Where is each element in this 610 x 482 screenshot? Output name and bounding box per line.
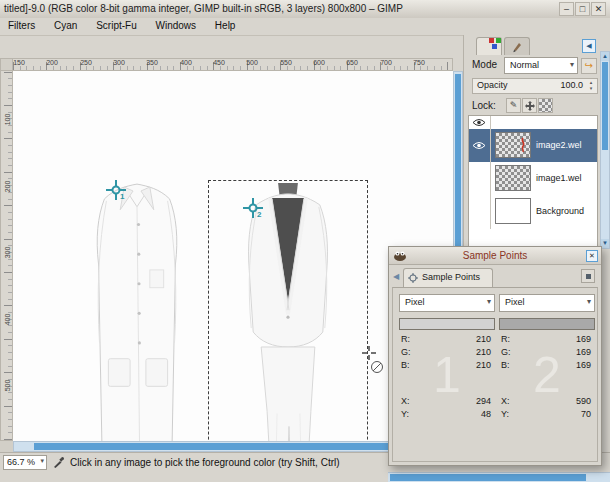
eye-icon[interactable] [472, 118, 486, 129]
dialog-tab-row: ◀ Sample Points [389, 265, 601, 287]
move-arrows-icon [525, 101, 535, 111]
image-canvas[interactable]: 1 2 [13, 71, 453, 441]
sample-point-icon [408, 273, 418, 285]
ruler-label: 650 [346, 59, 358, 66]
menu-item-cyan[interactable]: Cyan [46, 18, 85, 34]
sample-point-number: 1 [120, 192, 124, 201]
layer-row-image1[interactable]: image1.wel [469, 162, 597, 195]
paintbrush-icon [511, 44, 523, 55]
value-row-green: G:210 [401, 347, 491, 359]
ruler-label: 150 [13, 59, 25, 66]
canvas-horizontal-scrollbar[interactable] [13, 441, 453, 452]
bottom-scrollbar[interactable] [388, 472, 610, 482]
ruler-label: 300 [113, 59, 125, 66]
scroll-down-arrow[interactable]: ▼ [601, 239, 609, 248]
horizontal-ruler[interactable]: 150 200 250 300 350 400 450 500 550 600 … [13, 58, 453, 71]
menu-item-help[interactable]: Help [207, 18, 244, 34]
value-row-y: Y:70 [501, 409, 591, 421]
opacity-slider[interactable]: Opacity 100.0 ▴▾ [472, 78, 598, 94]
lock-pixels-button[interactable]: ✎ [506, 98, 521, 113]
ruler-label: 550 [280, 59, 292, 66]
ruler-label: 100 [4, 114, 11, 126]
no-pick-cursor-icon [370, 360, 384, 376]
menu-bar: Filters Cyan Script-Fu Windows Help [0, 18, 610, 36]
tab-scroll-left-button[interactable]: ◀ [582, 39, 596, 53]
close-button[interactable]: ✕ [591, 2, 606, 16]
title-bar[interactable]: titled]-9.0 (RGB color 8-bit gamma integ… [0, 0, 610, 19]
minimize-button[interactable]: – [559, 2, 574, 16]
sample-1-color-swatch [399, 318, 495, 330]
gimp-window: titled]-9.0 (RGB color 8-bit gamma integ… [0, 0, 610, 482]
ruler-label: 400 [4, 314, 11, 326]
chevron-down-icon: ▾ [487, 297, 491, 306]
maximize-button[interactable]: □ [575, 2, 590, 16]
ruler-label: 600 [313, 59, 325, 66]
layer-thumbnail [495, 198, 531, 224]
sample-2-color-swatch [499, 318, 595, 330]
suit-image [211, 183, 365, 441]
mode-value: Normal [510, 60, 539, 70]
scrollbar-thumb[interactable] [34, 443, 399, 450]
value-row-blue: B:210 [401, 360, 491, 372]
scrollbar-thumb[interactable] [602, 62, 608, 150]
layer-name: image1.wel [536, 173, 582, 183]
mode-dropdown[interactable]: Normal ▾ [504, 57, 578, 74]
layer-name: Background [536, 206, 584, 216]
scrollbar-corner [0, 441, 13, 452]
sample-point-marker-1[interactable]: 1 [105, 179, 131, 205]
value-row-green: G:169 [501, 347, 591, 359]
lock-label: Lock: [472, 100, 496, 111]
value-row-x: X:590 [501, 396, 591, 408]
bottom-strip [0, 472, 610, 482]
opacity-value: 100.0 [560, 80, 583, 90]
chevron-down-icon: ▾ [570, 60, 574, 69]
menu-item-filters[interactable]: Filters [0, 18, 43, 34]
zoom-control[interactable]: 66.7 % ▾ [3, 455, 47, 470]
tab-sample-points[interactable]: Sample Points [403, 268, 493, 287]
ruler-label: 700 [380, 59, 392, 66]
sample-point-marker-2[interactable]: 2 [242, 197, 268, 223]
lock-row: Lock: ✎ [464, 98, 600, 114]
layer-row-image2[interactable]: image2.wel [469, 129, 597, 162]
sample-point-number: 2 [257, 210, 261, 219]
value-row-y: Y:48 [401, 409, 491, 421]
dialog-content: Pixel ▾ 1 R:210 G:210 B:210 X:294 [392, 287, 598, 462]
layer-row-background[interactable]: Background [469, 195, 597, 229]
menu-item-windows[interactable]: Windows [148, 18, 205, 34]
value-row-red: R:169 [501, 334, 591, 346]
layer-row-top[interactable] [469, 116, 597, 129]
lab-coat-image [63, 171, 211, 441]
mode-label: Mode [472, 59, 497, 70]
opacity-stepper[interactable]: ▴▾ [586, 79, 596, 93]
gimp-wilber-icon [393, 250, 407, 263]
dialog-close-button[interactable]: ✕ [586, 250, 598, 262]
dialog-title-bar[interactable]: Sample Points ✕ [389, 247, 601, 265]
sample-point-1-column: Pixel ▾ 1 R:210 G:210 B:210 X:294 [399, 294, 495, 422]
dialog-title: Sample Points [389, 247, 601, 264]
dock-scrollbar[interactable]: ▲ ▼ [600, 51, 610, 249]
window-title: titled]-9.0 (RGB color 8-bit gamma integ… [4, 0, 403, 18]
tab-scroll-left-icon[interactable]: ◀ [393, 272, 399, 281]
opacity-label: Opacity [477, 80, 508, 90]
menu-item-script-fu[interactable]: Script-Fu [88, 18, 145, 34]
ruler-label: 200 [4, 181, 11, 193]
tab-channels[interactable] [476, 37, 502, 55]
sample-points-dialog: Sample Points ✕ ◀ Sample Points Pixel [388, 246, 602, 466]
layer-name: image2.wel [536, 140, 582, 150]
scroll-up-arrow[interactable]: ▲ [601, 52, 609, 61]
lock-alpha-button[interactable] [538, 98, 553, 113]
chevron-down-icon: ▾ [587, 297, 591, 306]
color-picker-tool-icon [52, 456, 65, 471]
sample-2-mode-dropdown[interactable]: Pixel ▾ [499, 294, 595, 312]
sample-1-mode-dropdown[interactable]: Pixel ▾ [399, 294, 495, 312]
value-row-x: X:294 [401, 396, 491, 408]
tab-menu-button[interactable] [581, 269, 595, 283]
lock-position-button[interactable] [522, 98, 537, 113]
eye-icon[interactable] [472, 141, 486, 152]
vertical-ruler[interactable]: 100 200 300 400 500 [0, 71, 13, 441]
ruler-label: 350 [146, 59, 158, 66]
scrollbar-thumb[interactable] [390, 474, 586, 481]
dropdown-value: Pixel [405, 297, 425, 307]
mode-switch-button[interactable]: ↪ [581, 58, 597, 74]
tab-brushes[interactable] [504, 37, 530, 55]
